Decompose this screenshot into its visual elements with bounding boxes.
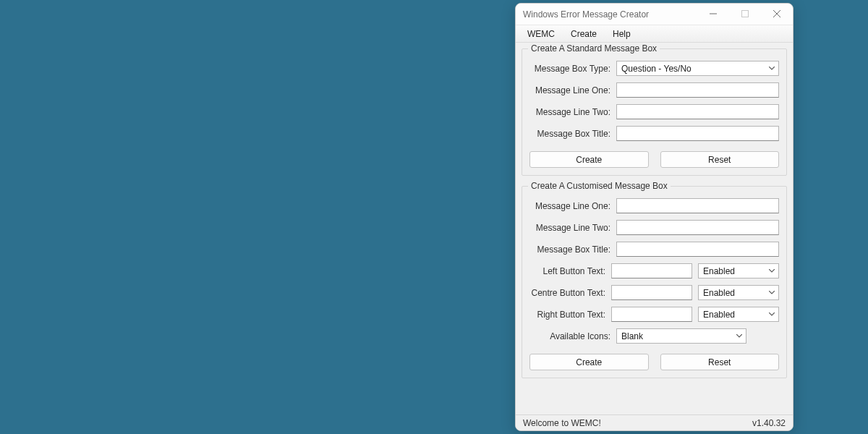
app-window: Windows Error Message Creator WEMC Creat… bbox=[515, 3, 793, 431]
row-left-button: Left Button Text: Enabled bbox=[529, 263, 779, 278]
minimize-button[interactable] bbox=[697, 4, 729, 25]
label-cust-line2: Message Line Two: bbox=[529, 223, 610, 233]
input-left-button-text[interactable] bbox=[611, 263, 692, 278]
status-message: Welcome to WEMC! bbox=[523, 418, 601, 428]
menu-wemc[interactable]: WEMC bbox=[520, 27, 562, 41]
select-centre-button-state[interactable]: Enabled bbox=[698, 285, 779, 300]
select-value: Enabled bbox=[703, 288, 735, 298]
chevron-down-icon bbox=[768, 65, 775, 72]
close-button[interactable] bbox=[761, 4, 793, 25]
row-std-line2: Message Line Two: bbox=[529, 104, 779, 119]
titlebar: Windows Error Message Creator bbox=[516, 4, 793, 25]
svg-rect-1 bbox=[742, 10, 749, 17]
row-cust-line1: Message Line One: bbox=[529, 198, 779, 213]
select-value: Enabled bbox=[703, 266, 735, 276]
std-create-button[interactable]: Create bbox=[529, 151, 649, 168]
statusbar: Welcome to WEMC! v1.40.32 bbox=[516, 414, 793, 430]
std-reset-button[interactable]: Reset bbox=[660, 151, 780, 168]
select-value: Question - Yes/No bbox=[621, 64, 692, 74]
group-standard-legend: Create A Standard Message Box bbox=[528, 43, 660, 54]
status-version: v1.40.32 bbox=[752, 418, 786, 428]
label-cust-line1: Message Line One: bbox=[529, 201, 610, 211]
chevron-down-icon bbox=[768, 311, 775, 318]
label-std-title: Message Box Title: bbox=[529, 129, 610, 139]
chevron-down-icon bbox=[768, 289, 775, 297]
menu-create[interactable]: Create bbox=[563, 27, 604, 41]
window-controls bbox=[697, 4, 793, 25]
std-button-row: Create Reset bbox=[529, 151, 779, 168]
label-icons: Available Icons: bbox=[529, 331, 610, 341]
content: Create A Standard Message Box Message Bo… bbox=[516, 43, 793, 414]
select-message-box-type[interactable]: Question - Yes/No bbox=[616, 61, 779, 76]
label-std-line2: Message Line Two: bbox=[529, 107, 610, 117]
input-cust-line2[interactable] bbox=[616, 220, 779, 235]
input-centre-button-text[interactable] bbox=[611, 285, 692, 300]
menu-help[interactable]: Help bbox=[605, 27, 638, 41]
cust-button-row: Create Reset bbox=[529, 354, 779, 370]
select-right-button-state[interactable]: Enabled bbox=[698, 307, 779, 322]
minimize-icon bbox=[710, 9, 717, 20]
group-custom: Create A Customised Message Box Message … bbox=[522, 186, 787, 378]
row-std-title: Message Box Title: bbox=[529, 126, 779, 141]
input-std-line2[interactable] bbox=[616, 104, 779, 119]
select-value: Enabled bbox=[703, 310, 735, 320]
row-centre-button: Centre Button Text: Enabled bbox=[529, 285, 779, 300]
maximize-button bbox=[729, 4, 761, 25]
input-right-button-text[interactable] bbox=[611, 307, 692, 322]
label-std-line1: Message Line One: bbox=[529, 85, 610, 95]
chevron-down-icon bbox=[736, 333, 743, 340]
row-type: Message Box Type: Question - Yes/No bbox=[529, 61, 779, 76]
label-type: Message Box Type: bbox=[529, 64, 610, 74]
input-std-line1[interactable] bbox=[616, 82, 779, 98]
cust-create-button[interactable]: Create bbox=[529, 354, 649, 370]
select-available-icons[interactable]: Blank bbox=[616, 328, 746, 344]
label-left-button: Left Button Text: bbox=[529, 266, 605, 276]
window-title: Windows Error Message Creator bbox=[523, 9, 649, 20]
cust-reset-button[interactable]: Reset bbox=[660, 354, 780, 370]
menubar: WEMC Create Help bbox=[516, 25, 793, 43]
label-cust-title: Message Box Title: bbox=[529, 244, 610, 255]
label-centre-button: Centre Button Text: bbox=[529, 288, 605, 298]
row-cust-title: Message Box Title: bbox=[529, 242, 779, 257]
input-cust-line1[interactable] bbox=[616, 198, 779, 213]
label-right-button: Right Button Text: bbox=[529, 310, 605, 320]
input-cust-title[interactable] bbox=[616, 242, 779, 257]
row-icons: Available Icons: Blank bbox=[529, 328, 779, 344]
select-value: Blank bbox=[621, 331, 643, 341]
chevron-down-icon bbox=[768, 268, 775, 275]
row-std-line1: Message Line One: bbox=[529, 82, 779, 98]
input-std-title[interactable] bbox=[616, 126, 779, 141]
row-right-button: Right Button Text: Enabled bbox=[529, 307, 779, 322]
row-cust-line2: Message Line Two: bbox=[529, 220, 779, 235]
group-custom-legend: Create A Customised Message Box bbox=[528, 181, 671, 191]
close-icon bbox=[773, 9, 780, 20]
maximize-icon bbox=[741, 9, 749, 20]
group-standard: Create A Standard Message Box Message Bo… bbox=[522, 48, 787, 176]
select-left-button-state[interactable]: Enabled bbox=[698, 263, 779, 278]
